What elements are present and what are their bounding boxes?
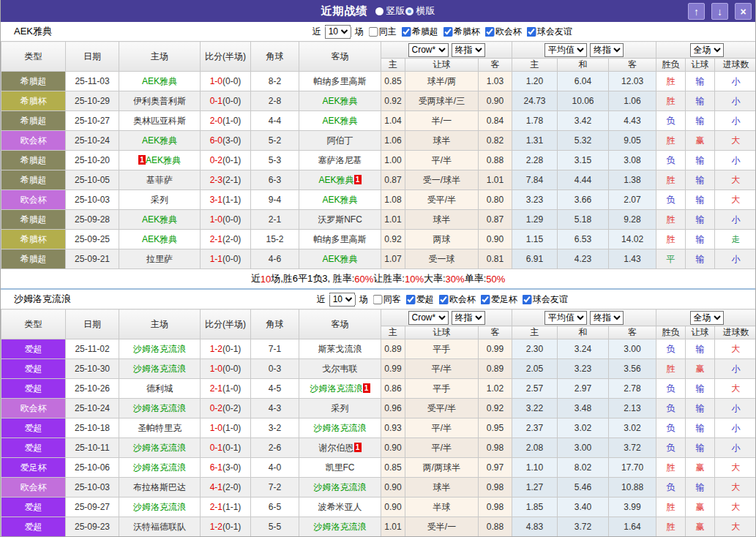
avg-home-odds-cell: 2.08	[512, 438, 558, 458]
score-cell: 1-2(0-1)	[201, 517, 251, 537]
average-odds-select[interactable]: 平均值	[544, 311, 587, 325]
home-team-name: 沙姆洛克流浪	[133, 502, 186, 512]
average-odds-select[interactable]: 平均值	[544, 43, 587, 57]
goal-result-cell: 小	[715, 151, 756, 170]
goal-result-cell: 小	[715, 249, 756, 269]
games-label: 场	[355, 26, 364, 38]
fulltime-score: 3-1	[210, 195, 222, 205]
match-row: 希腊超25-09-28AEK雅典1-0(0-0)2-1沃罗斯NFC1.01球半0…	[1, 210, 756, 230]
final-odds-select-2[interactable]: 终指	[590, 311, 624, 325]
league-filter-2[interactable]: 欧会杯	[482, 26, 522, 38]
away-team-name: 谢尔伯恩	[319, 443, 354, 453]
league-filter-3[interactable]: 球会友谊	[523, 26, 572, 38]
crow-home-odds-cell: 0.93	[381, 418, 405, 438]
same-venue-checkbox-label[interactable]: 同客	[370, 293, 401, 306]
titlebar-buttons: ↑↓×	[688, 3, 752, 20]
away-team-name: 塞萨洛尼基	[318, 155, 362, 165]
radio-icon[interactable]	[405, 7, 413, 15]
goal-result-cell: 小	[715, 438, 756, 458]
league-filter-2[interactable]: 爱足杯	[477, 293, 517, 306]
score-cell: 1-0(1-0)	[201, 418, 251, 438]
move-down-button[interactable]: ↓	[711, 3, 728, 20]
crow-home-odds-cell: 0.92	[381, 91, 405, 111]
fulltime-score: 1-0	[210, 423, 222, 433]
score-cell: 2-1(2-0)	[201, 230, 251, 249]
layout-radio-vertical[interactable]: 竖版	[375, 4, 405, 18]
crow-away-odds-cell: 0.89	[479, 359, 512, 379]
fulltime-score: 4-1	[210, 482, 222, 492]
final-odds-select[interactable]: 终指	[452, 311, 485, 325]
same-venue-checkbox-label[interactable]: 同主	[365, 26, 397, 38]
league-cell: 希腊超	[1, 210, 66, 230]
match-count-select[interactable]: 10	[325, 25, 351, 39]
layout-radio-horizontal[interactable]: 横版	[405, 4, 435, 18]
sub-column-header: 让球	[405, 59, 479, 72]
away-team-cell: 凯里FC	[299, 458, 381, 478]
crow-home-odds-cell: 0.90	[381, 478, 405, 497]
home-team-cell: 德利城	[119, 379, 201, 399]
home-team-name: AEK雅典	[142, 76, 177, 86]
odds-company-select[interactable]: Crow*	[408, 311, 449, 325]
avg-draw-odds-cell: 3.15	[558, 151, 609, 170]
sub-column-header: 客	[479, 326, 512, 339]
league-filter-checkbox[interactable]	[439, 295, 449, 304]
league-filter-1[interactable]: 希腊杯	[440, 26, 480, 38]
crow-handicap-cell: 平/半	[405, 151, 479, 170]
match-row: 爱超25-10-30沙姆洛克流浪1-0(0-0)0-3戈尔韦联0.99平/半0.…	[1, 359, 756, 379]
corners-cell: 4-5	[251, 379, 299, 399]
home-team-name: 沃特福德联队	[133, 522, 186, 532]
result-cell: 胜	[656, 517, 686, 537]
league-filter-checkbox[interactable]	[406, 295, 416, 304]
full-match-select[interactable]: 全场	[690, 43, 724, 57]
same-venue-checkbox[interactable]	[373, 295, 383, 304]
odds-company-select[interactable]: Crow*	[408, 43, 449, 57]
handicap-result-cell: 输	[686, 339, 715, 359]
final-odds-select-2[interactable]: 终指	[590, 43, 624, 57]
avg-away-odds-cell: 4.43	[609, 111, 656, 131]
header-dropdown-row: 类型日期主场比分(半场)角球客场Crow*终指平均值终指全场	[1, 42, 756, 59]
close-button[interactable]: ×	[735, 3, 752, 20]
away-team-cell: 采列	[299, 399, 381, 418]
crow-away-odds-cell: 0.80	[479, 190, 512, 210]
crow-home-odds-cell: 0.99	[381, 359, 405, 379]
final-odds-select[interactable]: 终指	[452, 43, 485, 57]
crow-home-odds-cell: 0.85	[381, 72, 405, 91]
away-team-name: 帕纳多里高斯	[314, 234, 367, 244]
avg-away-odds-cell: 1.38	[609, 170, 656, 190]
league-filter-checkbox[interactable]	[485, 27, 495, 37]
avg-home-odds-cell: 2.30	[512, 339, 558, 359]
score-cell: 1-1(0-0)	[201, 249, 251, 269]
league-filter-checkbox[interactable]	[481, 295, 490, 304]
league-filter-checkbox[interactable]	[444, 27, 453, 37]
same-venue-checkbox[interactable]	[369, 27, 378, 37]
league-filter-0[interactable]: 希腊超	[398, 26, 438, 38]
league-filter-checkbox[interactable]	[523, 295, 532, 304]
radio-icon[interactable]	[375, 7, 383, 15]
league-filter-checkbox[interactable]	[527, 27, 536, 37]
league-filter-3[interactable]: 球会友谊	[519, 293, 568, 306]
league-filter-checkbox[interactable]	[402, 27, 411, 37]
goal-result-cell: 小	[715, 399, 756, 418]
away-team-cell: 斯莱戈流浪	[299, 339, 381, 359]
league-filter-0[interactable]: 爱超	[403, 293, 434, 306]
avg-home-odds-cell: 1.31	[512, 131, 558, 151]
fulltime-score: 1-0	[210, 364, 222, 374]
summary-text: 30%	[446, 274, 465, 285]
match-row: 爱超25-11-02沙姆洛克流浪1-2(0-1)7-1斯莱戈流浪0.89平手0.…	[1, 339, 756, 359]
avg-home-odds-cell: 2.28	[512, 151, 558, 170]
full-match-select[interactable]: 全场	[690, 311, 724, 325]
move-up-button[interactable]: ↑	[688, 3, 705, 20]
match-count-select[interactable]: 10	[329, 293, 356, 307]
crow-handicap-cell: 平手	[405, 379, 479, 399]
league-cell: 爱超	[1, 359, 66, 379]
league-filter-1[interactable]: 欧会杯	[435, 293, 476, 306]
league-cell: 希腊杯	[1, 230, 66, 249]
crow-away-odds-cell: 1.02	[479, 379, 512, 399]
summary-text: 让胜率:	[373, 272, 405, 285]
crow-away-odds-cell: 0.97	[479, 458, 512, 478]
halftime-score: (2-0)	[222, 482, 241, 492]
avg-draw-odds-cell: 6.04	[558, 72, 609, 91]
score-cell: 2-3(2-1)	[201, 170, 251, 190]
result-cell: 平	[656, 249, 686, 269]
handicap-result-cell: 输	[686, 190, 715, 210]
